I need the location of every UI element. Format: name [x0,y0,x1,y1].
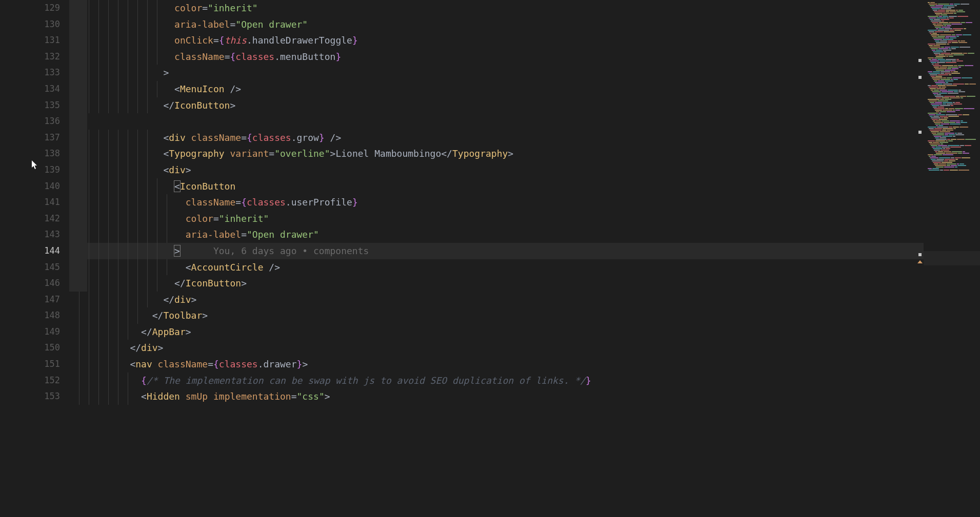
code-token: classes [235,51,274,62]
code-token: = [202,3,208,13]
code-token [225,148,230,159]
code-area[interactable]: color="inherit" aria-label="Open drawer"… [69,0,980,517]
overview-marker[interactable] [918,131,922,134]
code-line[interactable]: <div className={classes.grow} /> [69,130,980,146]
code-token: = [213,213,219,224]
code-token: implementation [213,391,291,402]
code-token: div [169,132,186,143]
code-token: < [163,164,169,175]
code-line[interactable]: <div> [69,162,980,178]
code-line[interactable]: aria-label="Open drawer" [69,16,980,33]
code-token: Toolbar [163,310,202,321]
code-line[interactable]: <AccountCircle /> [69,259,980,276]
overview-marker[interactable] [917,260,923,263]
code-token: </ [163,100,174,111]
code-line[interactable]: <Typography variant="overline">Lionel Ma… [69,146,980,162]
code-token: > [163,67,169,78]
code-token [186,132,191,143]
code-token: = [235,197,241,208]
code-token: Hidden [147,391,180,402]
code-line[interactable]: <nav className={classes.drawer}> [69,356,980,373]
code-token: } [586,375,591,386]
code-token: { [230,51,235,62]
overview-ruler[interactable] [915,0,923,517]
code-token: > [508,148,513,159]
code-token: </ [174,278,186,288]
overview-marker[interactable] [918,59,922,62]
code-line[interactable]: aria-label="Open drawer" [69,226,980,243]
code-line[interactable]: </AppBar> [69,324,980,340]
code-token: "inherit" [219,213,269,224]
code-line[interactable]: color="inherit" [69,211,980,227]
line-number: 151 [0,356,60,373]
code-token: > [330,148,336,159]
overview-marker[interactable] [918,253,922,256]
code-token [180,391,186,402]
code-token: { [247,132,252,143]
code-token: drawer [264,359,297,369]
code-line[interactable]: </IconButton> [69,97,980,114]
code-token: IconButton [186,278,241,288]
code-token: = [225,51,230,62]
code-editor[interactable]: 1291301311321331341351361371381391401411… [0,0,980,517]
line-number-gutter: 1291301311321331341351361371381391401411… [0,0,69,517]
minimap-viewport[interactable] [924,251,980,265]
overview-marker[interactable] [918,76,922,79]
code-token: className [158,359,208,369]
code-token: > [186,164,191,175]
line-number: 131 [0,32,60,49]
code-token: userProfile [291,197,352,208]
code-token: < [163,148,169,159]
code-token: AccountCircle [191,262,264,273]
code-line[interactable]: </Toolbar> [69,307,980,324]
code-token: color [174,3,202,13]
code-token: "overline" [274,148,330,159]
code-token: </ [163,294,174,305]
line-number: 132 [0,49,60,65]
code-line[interactable]: onClick={this.handleDrawerToggle} [69,32,980,49]
code-token: } [335,51,341,62]
line-number: 147 [0,292,60,308]
code-line[interactable]: <Hidden smUp implementation="css"> [69,388,980,405]
code-line[interactable]: className={classes.userProfile} [69,194,980,211]
code-token: "inherit" [208,3,258,13]
code-token: . [274,51,280,62]
line-number: 149 [0,324,60,340]
code-line[interactable] [69,113,980,130]
code-token: div [174,294,191,305]
code-line[interactable]: color="inherit" [69,0,980,16]
code-line[interactable]: <IconButton [69,178,980,195]
code-token: = [241,132,247,143]
minimap[interactable] [924,0,980,517]
code-token: } [352,197,358,208]
code-line[interactable]: </IconButton> [69,275,980,292]
line-number: 137 [0,130,60,146]
code-token: Typography [169,148,224,159]
line-number: 140 [0,178,60,195]
line-number: 142 [0,211,60,227]
code-line[interactable]: className={classes.menuButton} [69,49,980,65]
code-line[interactable]: </div> [69,340,980,356]
line-number: 130 [0,16,60,33]
code-token: = [269,148,274,159]
code-token [208,391,213,402]
code-line[interactable]: {/* The implementation can be swap with … [69,373,980,389]
code-line[interactable]: > You, 6 days ago • components [69,243,980,259]
code-token: "Open drawer" [247,229,319,240]
code-token: AppBar [152,326,186,337]
code-token: = [230,19,235,30]
code-token: aria-label [186,229,241,240]
line-number: 145 [0,259,60,276]
line-number: 134 [0,81,60,97]
line-number: 146 [0,275,60,292]
code-token: aria-label [174,19,230,30]
code-line[interactable]: </div> [69,292,980,308]
code-line[interactable]: <MenuIcon /> [69,81,980,97]
code-token: > [241,278,247,288]
code-token: classes [247,197,286,208]
code-line[interactable]: > [69,65,980,81]
code-token: = [213,35,219,46]
code-token: div [169,164,186,175]
code-token: . [286,197,291,208]
code-token: this [225,35,247,46]
